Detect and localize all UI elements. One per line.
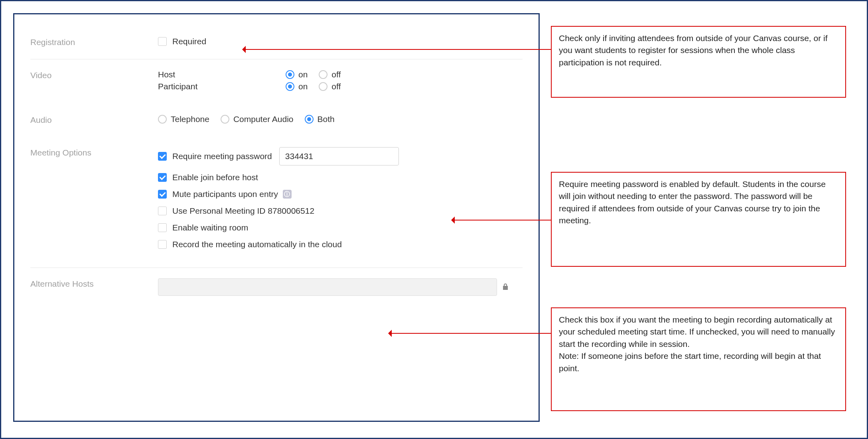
- registration-section: Registration Required: [30, 26, 523, 59]
- video-host-label: Host: [158, 70, 286, 79]
- registration-required-checkbox[interactable]: [158, 37, 167, 46]
- audio-computer-radio[interactable]: [221, 115, 229, 124]
- audio-telephone-text: Telephone: [171, 114, 209, 124]
- settings-panel: Registration Required Video Host on off: [13, 13, 540, 422]
- audio-section: Audio Telephone Computer Audio Both: [30, 104, 523, 137]
- alternative-hosts-input[interactable]: [158, 278, 497, 296]
- video-host-on-radio[interactable]: [286, 70, 294, 79]
- require-password-text: Require meeting password: [172, 152, 272, 161]
- mute-entry-checkbox[interactable]: [158, 190, 167, 199]
- video-participant-label: Participant: [158, 82, 286, 91]
- require-password-checkbox[interactable]: [158, 152, 167, 161]
- video-participant-on-text: on: [298, 82, 308, 91]
- lock-icon: [503, 282, 508, 292]
- join-before-host-text: Enable join before host: [172, 173, 258, 182]
- arrow-to-registration: [243, 49, 551, 50]
- video-participant-off-radio[interactable]: [319, 82, 327, 91]
- callout-recording: Check this box if you want the meeting t…: [551, 307, 846, 411]
- meeting-options-section: Meeting Options Require meeting password…: [30, 137, 523, 268]
- registration-label: Registration: [30, 37, 158, 49]
- join-before-host-checkbox[interactable]: [158, 173, 167, 182]
- video-section: Video Host on off Participant on off: [30, 59, 523, 104]
- audio-label: Audio: [30, 114, 158, 126]
- video-participant-off-text: off: [331, 82, 341, 91]
- password-input[interactable]: [279, 147, 399, 165]
- mute-entry-text: Mute participants upon entry: [172, 189, 278, 199]
- waiting-room-text: Enable waiting room: [172, 223, 248, 232]
- audio-both-radio[interactable]: [305, 115, 314, 124]
- video-host-on-text: on: [298, 70, 308, 79]
- use-pmi-checkbox[interactable]: [158, 207, 167, 215]
- callout-registration: Check only if inviting attendees from ou…: [551, 26, 846, 98]
- alternative-hosts-section: Alternative Hosts: [30, 268, 523, 308]
- video-host-off-text: off: [331, 70, 341, 79]
- video-participant-on-radio[interactable]: [286, 82, 294, 91]
- meeting-options-label: Meeting Options: [30, 147, 158, 252]
- auto-record-text: Record the meeting automatically in the …: [172, 240, 342, 249]
- info-icon[interactable]: ⓘ: [283, 190, 292, 199]
- arrow-to-recording: [389, 333, 551, 334]
- callout-password: Require meeting password is enabled by d…: [551, 172, 846, 267]
- arrow-to-password: [452, 220, 551, 220]
- page-container: Registration Required Video Host on off: [0, 0, 868, 439]
- auto-record-checkbox[interactable]: [158, 240, 167, 249]
- audio-both-text: Both: [318, 114, 335, 124]
- video-label: Video: [30, 70, 158, 94]
- registration-required-text: Required: [172, 37, 206, 46]
- audio-telephone-radio[interactable]: [158, 115, 167, 124]
- waiting-room-checkbox[interactable]: [158, 223, 167, 232]
- use-pmi-text: Use Personal Meeting ID 8780006512: [172, 206, 314, 216]
- video-host-off-radio[interactable]: [319, 70, 327, 79]
- audio-computer-text: Computer Audio: [233, 114, 294, 124]
- alternative-hosts-label: Alternative Hosts: [30, 278, 158, 298]
